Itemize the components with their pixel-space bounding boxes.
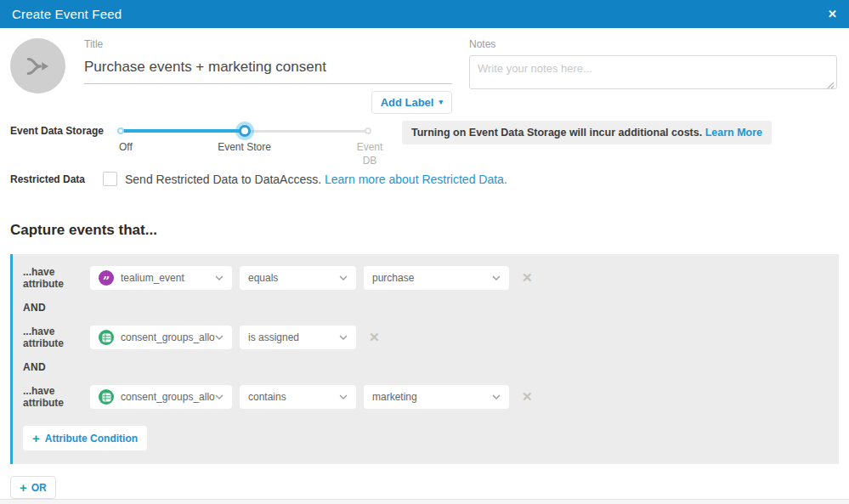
notes-label: Notes [469,38,837,50]
dialog-footer: Cancel Save [0,499,849,504]
remove-condition-icon[interactable]: ✕ [522,270,533,286]
restricted-data-checkbox[interactable] [103,172,117,186]
learn-more-link[interactable]: Learn More [705,127,762,139]
value-dropdown[interactable]: purchase [364,266,509,290]
plus-icon: + [20,481,27,494]
value-dropdown[interactable]: marketing [364,385,509,409]
close-icon[interactable]: ✕ [828,8,837,20]
chevron-down-icon [339,275,348,280]
title-label: Title [84,38,452,50]
operator-dropdown[interactable]: contains [240,385,356,409]
create-event-feed-dialog: Create Event Feed ✕ Title Add Label ▾ No… [0,0,849,504]
operator-dropdown[interactable]: is assigned [240,326,356,349]
chevron-down-icon [339,335,348,340]
chevron-down-icon [492,275,501,280]
condition-row: ...have attribute consent_groups_allowed… [23,326,829,349]
slider-stop-event-db[interactable] [365,127,371,134]
chevron-down-icon: ▾ [439,99,443,106]
slider-handle[interactable] [239,125,251,137]
restricted-data-label: Restricted Data [10,173,103,185]
slider-label-event-db[interactable]: Event DB [352,141,388,167]
condition-group-panel: ...have attribute ” tealium_event equals… [10,254,839,464]
chevron-down-icon [215,394,224,399]
event-data-storage-row: Event Data Storage Off Event Store Event… [0,114,849,160]
resize-handle-icon[interactable] [827,82,835,89]
top-form: Title Add Label ▾ Notes [0,28,849,114]
event-data-storage-label: Event Data Storage [10,121,119,137]
array-attribute-icon [99,330,114,345]
add-label-text: Add Label [381,96,434,109]
dialog-title: Create Event Feed [12,7,122,21]
notes-textarea[interactable] [469,55,837,89]
add-or-group-button[interactable]: + OR [10,476,56,499]
have-attribute-label: ...have attribute [23,326,90,349]
slider-label-off[interactable]: Off [119,141,133,153]
restricted-data-row: Restricted Data Send Restricted Data to … [0,160,849,186]
string-attribute-icon: ” [99,270,114,286]
notes-section: Notes [469,38,837,114]
title-input[interactable] [84,55,452,84]
plus-icon: + [32,432,40,445]
chevron-down-icon [215,335,224,340]
attribute-dropdown[interactable]: ” tealium_event [90,266,232,290]
remove-condition-icon[interactable]: ✕ [522,389,533,405]
condition-row: ...have attribute consent_groups_allowed… [23,385,829,409]
attribute-dropdown[interactable]: consent_groups_allowed [90,385,232,409]
warning-text: Turning on Event Data Storage will incur… [411,127,702,139]
merge-arrow-icon [23,51,54,82]
storage-cost-warning: Turning on Event Data Storage will incur… [402,121,772,144]
chevron-down-icon [215,275,224,280]
title-actions: Add Label ▾ [84,91,452,114]
operator-dropdown[interactable]: equals [240,266,356,290]
restricted-data-learn-more-link[interactable]: Learn more about Restricted Data. [325,173,507,186]
add-label-button[interactable]: Add Label ▾ [371,91,452,114]
title-section: Title Add Label ▾ [84,38,452,114]
slider-label-event-store[interactable]: Event Store [218,141,271,153]
attribute-dropdown[interactable]: consent_groups_allowed [90,326,232,349]
capture-events-heading: Capture events that... [10,222,849,239]
slider-fill [119,129,245,133]
event-data-storage-slider[interactable]: Off Event Store Event DB [119,122,370,160]
condition-row: ...have attribute ” tealium_event equals… [23,266,829,290]
have-attribute-label: ...have attribute [23,266,90,290]
and-separator: AND [23,361,829,373]
add-attribute-condition-button[interactable]: + Attribute Condition [23,426,147,450]
dialog-header: Create Event Feed ✕ [0,0,849,28]
slider-stop-off[interactable] [117,127,124,134]
and-separator: AND [23,302,829,314]
restricted-data-text: Send Restricted Data to DataAccess. Lear… [125,173,507,186]
chevron-down-icon [339,394,348,399]
chevron-down-icon [492,394,501,399]
array-attribute-icon [99,389,114,405]
have-attribute-label: ...have attribute [23,385,90,409]
remove-condition-icon[interactable]: ✕ [369,330,380,345]
feed-avatar [10,38,65,93]
